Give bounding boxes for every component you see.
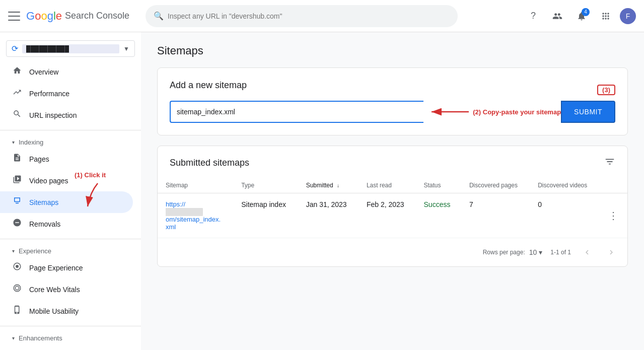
sidebar-label: Pages [29, 155, 49, 163]
cell-discovered-videos: 0 [530, 193, 599, 238]
chevron-down-icon: ▾ [12, 248, 15, 254]
main-content: Sitemaps Add a new sitemap (3) (2) [141, 32, 644, 350]
col-submitted[interactable]: Submitted ↓ [298, 178, 359, 193]
submitted-sitemaps-title: Submitted sitemaps [170, 158, 249, 168]
pagination-info: 1-1 of 1 [550, 249, 571, 256]
user-avatar[interactable]: F [620, 8, 636, 24]
vitals-icon [12, 284, 22, 295]
cell-last-read: Feb 2, 2023 [359, 193, 416, 238]
sidebar-label: URL inspection [29, 111, 77, 119]
cell-type: Sitemap index [233, 193, 298, 238]
submit-button[interactable]: SUBMIT [561, 101, 615, 123]
sitemaps-icon [12, 196, 22, 208]
submitted-sitemaps-card: Submitted sitemaps Sitemap Type Submitte… [157, 146, 628, 267]
svg-point-3 [15, 286, 19, 290]
experience-section-header[interactable]: ▾ Experience [0, 243, 141, 257]
col-discovered-pages: Discovered pages [461, 178, 530, 193]
next-page-button[interactable] [603, 244, 619, 260]
col-discovered-videos: Discovered videos [530, 178, 599, 193]
manage-users-button[interactable] [547, 6, 567, 26]
google-logo: Google Search Console [26, 10, 129, 23]
mobile-icon [12, 305, 22, 317]
magnify-icon [12, 109, 22, 121]
indexing-label: Indexing [19, 138, 43, 146]
notifications-button[interactable]: 4 [571, 6, 592, 26]
chevron-down-icon: ▾ [12, 335, 15, 341]
cell-more-actions[interactable]: ⋮ [600, 193, 627, 238]
col-type: Type [233, 178, 298, 193]
filter-button[interactable] [604, 156, 615, 170]
sitemap-input[interactable] [177, 108, 417, 116]
product-name: Search Console [65, 11, 129, 21]
arrow-2-icon [430, 107, 470, 117]
notification-badge: 4 [582, 8, 590, 16]
enhancements-section-header[interactable]: ▾ Enhancements [0, 330, 141, 344]
sidebar-item-removals[interactable]: Removals [0, 213, 133, 235]
cell-status: Success [416, 193, 461, 238]
removals-icon [12, 218, 22, 230]
prev-page-button[interactable] [579, 244, 595, 260]
page-title: Sitemaps [157, 44, 628, 57]
sitemap-input-wrapper [170, 101, 423, 123]
sidebar-label: Performance [29, 90, 69, 98]
sidebar-item-mobile-usability[interactable]: Mobile Usability [0, 300, 133, 322]
chevron-down-icon: ▾ [539, 248, 542, 256]
property-icon: ⟳ [12, 44, 18, 53]
col-actions [600, 178, 627, 193]
cell-sitemap: https://████████om/sitemap_index.xml [158, 193, 233, 238]
sidebar: ⟳ ██████████ ▼ Overview Performance [0, 32, 141, 350]
rows-per-page-select[interactable]: 10 ▾ [529, 248, 543, 256]
help-icon: ? [531, 11, 536, 21]
chevron-left-icon [583, 248, 592, 257]
apps-button[interactable] [596, 6, 616, 26]
header: Google Search Console 🔍 ? 4 F [0, 0, 644, 32]
hamburger-menu[interactable] [8, 10, 20, 22]
sitemaps-table: Sitemap Type Submitted ↓ Last read Statu… [158, 178, 627, 238]
trending-icon [12, 88, 22, 99]
sidebar-item-sitemaps[interactable]: Sitemaps [0, 191, 133, 213]
property-name: ██████████ [22, 44, 119, 53]
add-sitemap-title: Add a new sitemap [170, 80, 615, 91]
table-row: https://████████om/sitemap_index.xml Sit… [158, 193, 627, 238]
indexing-section-header[interactable]: ▾ Indexing [0, 134, 141, 148]
help-button[interactable]: ? [523, 6, 543, 26]
search-icon: 🔍 [154, 11, 164, 21]
table-footer: Rows per page: 10 ▾ 1-1 of 1 [158, 238, 627, 266]
header-actions: ? 4 F [523, 6, 636, 26]
experience-label: Experience [19, 247, 51, 255]
annotation-3: (3) [597, 85, 615, 95]
sidebar-label: Page Experience [29, 264, 83, 272]
sidebar-item-page-experience[interactable]: Page Experience [0, 257, 133, 278]
col-last-read: Last read [359, 178, 416, 193]
annotation-2: (2) Copy-paste your sitemap [430, 107, 561, 117]
chevron-right-icon [607, 248, 616, 257]
pages-icon [12, 153, 22, 165]
col-status: Status [416, 178, 461, 193]
sidebar-label: Sitemaps [29, 198, 58, 206]
sidebar-item-url-inspection[interactable]: URL inspection [0, 104, 133, 126]
home-icon [12, 66, 22, 78]
property-selector[interactable]: ⟳ ██████████ ▼ [6, 40, 135, 57]
sidebar-item-pages[interactable]: Pages [0, 148, 133, 170]
sidebar-label: Overview [29, 68, 58, 76]
rows-per-page: Rows per page: 10 ▾ [483, 248, 543, 256]
svg-point-2 [14, 285, 21, 292]
chevron-down-icon: ▾ [12, 139, 15, 145]
sidebar-label: Mobile Usability [29, 307, 79, 315]
apps-icon [601, 11, 611, 21]
cell-submitted: Jan 31, 2023 [298, 193, 359, 238]
search-input[interactable] [168, 12, 450, 20]
users-icon [552, 11, 562, 21]
video-icon [12, 175, 22, 186]
sidebar-item-overview[interactable]: Overview [0, 61, 133, 83]
sidebar-item-performance[interactable]: Performance [0, 83, 133, 104]
sidebar-item-video-pages[interactable]: Video pages [0, 170, 133, 191]
sidebar-label: Core Web Vitals [29, 286, 80, 294]
experience-icon [12, 262, 22, 273]
sort-icon: ↓ [337, 183, 339, 188]
sidebar-item-core-web-vitals[interactable]: Core Web Vitals [0, 278, 133, 300]
sidebar-label: Removals [29, 220, 60, 228]
enhancements-label: Enhancements [19, 334, 62, 342]
url-search-bar[interactable]: 🔍 [146, 5, 458, 27]
chevron-down-icon: ▼ [123, 45, 129, 52]
